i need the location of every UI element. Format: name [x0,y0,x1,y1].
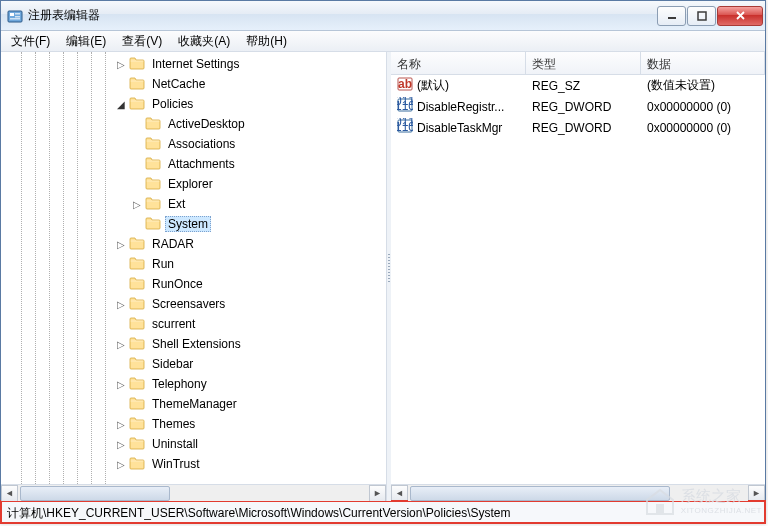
column-type[interactable]: 类型 [526,52,641,74]
tree-item[interactable]: Run [1,254,386,274]
tree-item-label: Policies [149,96,196,112]
window-title: 注册表编辑器 [28,7,656,24]
value-data: (数值未设置) [641,77,765,94]
expand-icon[interactable]: ▷ [113,416,129,432]
expand-icon[interactable]: ▷ [113,456,129,472]
tree-item[interactable]: ▷RADAR [1,234,386,254]
tree-item-label: ThemeManager [149,396,240,412]
collapse-icon[interactable]: ◢ [113,96,129,112]
expand-icon[interactable]: ▷ [113,336,129,352]
tree-item-label: Attachments [165,156,238,172]
list-row[interactable]: ab(默认)REG_SZ(数值未设置) [391,75,765,96]
scroll-left-button[interactable]: ◄ [1,485,18,502]
list-header: 名称 类型 数据 [391,52,765,75]
value-name: (默认) [417,77,449,94]
expand-icon[interactable]: ▷ [113,56,129,72]
tree-item[interactable]: RunOnce [1,274,386,294]
scroll-right-button[interactable]: ► [369,485,386,502]
folder-icon [129,76,149,93]
expander-empty [113,256,129,272]
expand-icon[interactable]: ▷ [113,236,129,252]
folder-icon [129,356,149,373]
maximize-button[interactable] [687,6,716,26]
tree-item[interactable]: scurrent [1,314,386,334]
folder-icon [129,276,149,293]
list-row[interactable]: 011110DisableRegistr...REG_DWORD0x000000… [391,96,765,117]
tree-item-label: Telephony [149,376,210,392]
scroll-right-button[interactable]: ► [748,485,765,502]
folder-icon [129,296,149,313]
expander-empty [129,136,145,152]
tree-item[interactable]: ▷Ext [1,194,386,214]
value-type: REG_DWORD [526,100,641,114]
expand-icon[interactable]: ▷ [113,296,129,312]
tree-item[interactable]: ▷Internet Settings [1,54,386,74]
menu-help[interactable]: 帮助(H) [238,31,295,52]
app-icon [7,8,23,24]
expander-empty [129,156,145,172]
tree-scroll[interactable]: ▷Internet SettingsNetCache◢PoliciesActiv… [1,52,386,484]
expand-icon[interactable]: ▷ [129,196,145,212]
tree-item-label: Themes [149,416,198,432]
tree-item-label: Associations [165,136,238,152]
tree-item[interactable]: ▷Themes [1,414,386,434]
minimize-button[interactable] [657,6,686,26]
expander-empty [113,316,129,332]
tree-item[interactable]: ActiveDesktop [1,114,386,134]
menu-file[interactable]: 文件(F) [3,31,58,52]
scroll-thumb[interactable] [410,486,670,501]
tree-item[interactable]: ▷Screensavers [1,294,386,314]
tree-item[interactable]: Associations [1,134,386,154]
list-pane: 名称 类型 数据 ab(默认)REG_SZ(数值未设置)011110Disabl… [391,52,765,501]
svg-text:ab: ab [398,77,412,91]
list-row[interactable]: 011110DisableTaskMgrREG_DWORD0x00000000 … [391,117,765,138]
svg-rect-5 [668,17,676,19]
splitter[interactable] [387,52,391,501]
menu-edit[interactable]: 编辑(E) [58,31,114,52]
binary-value-icon: 011110 [397,118,413,137]
expand-icon[interactable]: ▷ [113,376,129,392]
tree-item[interactable]: Attachments [1,154,386,174]
svg-text:110: 110 [397,120,413,134]
value-name: DisableRegistr... [417,100,504,114]
expand-icon[interactable]: ▷ [113,436,129,452]
column-data[interactable]: 数据 [641,52,765,74]
menu-view[interactable]: 查看(V) [114,31,170,52]
expander-empty [129,216,145,232]
tree-item[interactable]: Sidebar [1,354,386,374]
titlebar[interactable]: 注册表编辑器 [1,1,765,31]
folder-icon [129,436,149,453]
svg-rect-4 [10,18,20,20]
folder-icon [145,156,165,173]
folder-icon [129,256,149,273]
scroll-thumb[interactable] [20,486,170,501]
tree-hscroll[interactable]: ◄ ► [1,484,386,501]
tree-item-label: WinTrust [149,456,203,472]
close-button[interactable] [717,6,763,26]
window-controls [656,6,763,26]
tree-item[interactable]: NetCache [1,74,386,94]
tree-item[interactable]: Explorer [1,174,386,194]
folder-icon [129,96,149,113]
binary-value-icon: 011110 [397,97,413,116]
tree-item[interactable]: ▷Uninstall [1,434,386,454]
tree-item[interactable]: System [1,214,386,234]
folder-icon [145,136,165,153]
scroll-track[interactable] [408,485,748,502]
list-body[interactable]: ab(默认)REG_SZ(数值未设置)011110DisableRegistr.… [391,75,765,484]
scroll-track[interactable] [18,485,369,502]
tree-item[interactable]: ▷WinTrust [1,454,386,474]
value-type: REG_SZ [526,79,641,93]
svg-text:110: 110 [397,99,413,113]
menu-favorites[interactable]: 收藏夹(A) [170,31,238,52]
tree-item[interactable]: ▷Shell Extensions [1,334,386,354]
list-hscroll[interactable]: ◄ ► [391,484,765,501]
value-data: 0x00000000 (0) [641,100,765,114]
scroll-left-button[interactable]: ◄ [391,485,408,502]
string-value-icon: ab [397,76,413,95]
tree-item[interactable]: ThemeManager [1,394,386,414]
tree-item[interactable]: ▷Telephony [1,374,386,394]
column-name[interactable]: 名称 [391,52,526,74]
expander-empty [113,76,129,92]
tree-item[interactable]: ◢Policies [1,94,386,114]
